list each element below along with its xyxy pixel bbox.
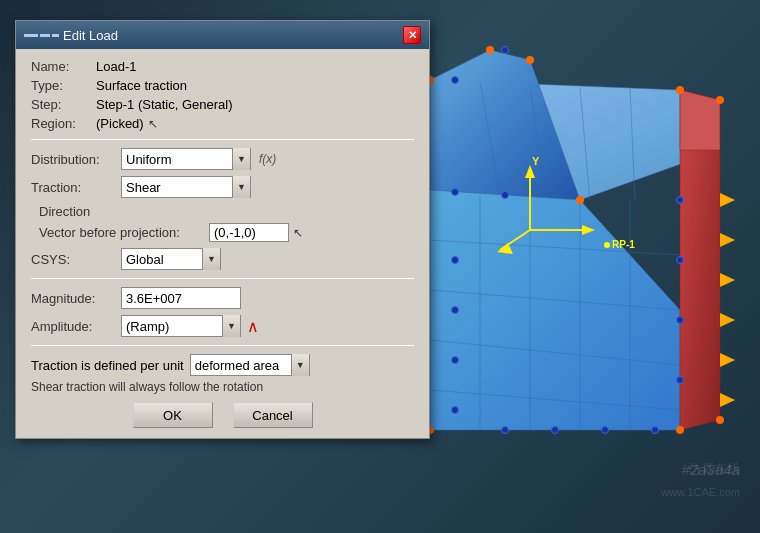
dialog-title: Edit Load — [63, 28, 403, 43]
amplitude-value: (Ramp) — [122, 319, 222, 334]
ok-button[interactable]: OK — [133, 402, 213, 428]
traction-row: Traction: Shear ▼ — [31, 176, 414, 198]
csys-value: Global — [122, 252, 202, 267]
svg-point-43 — [677, 377, 684, 384]
svg-text:Y: Y — [532, 155, 540, 167]
svg-point-38 — [602, 427, 609, 434]
svg-point-40 — [677, 197, 684, 204]
title-icon — [24, 34, 59, 37]
svg-point-29 — [502, 47, 509, 54]
csys-dropdown[interactable]: Global ▼ — [121, 248, 221, 270]
vector-value: (0,-1,0) — [209, 223, 289, 242]
svg-point-23 — [676, 86, 684, 94]
region-cursor-icon: ↖ — [148, 117, 158, 131]
direction-header: Direction — [39, 204, 414, 219]
svg-marker-56 — [720, 233, 735, 247]
amplitude-row: Amplitude: (Ramp) ▼ ∧ — [31, 315, 414, 337]
vector-label: Vector before projection: — [39, 225, 209, 240]
buttons-row: OK Cancel — [31, 402, 414, 428]
step-value: Step-1 (Static, General) — [96, 97, 233, 112]
amplitude-dropdown-btn[interactable]: ▼ — [222, 315, 240, 337]
region-row: Region: (Picked) ↖ — [31, 116, 414, 131]
svg-point-25 — [676, 426, 684, 434]
svg-point-31 — [502, 192, 509, 199]
traction-value: Shear — [122, 180, 232, 195]
svg-point-37 — [552, 427, 559, 434]
svg-marker-58 — [720, 313, 735, 327]
dialog-content: Name: Load-1 Type: Surface traction Step… — [16, 49, 429, 438]
svg-point-42 — [677, 317, 684, 324]
title-icon-bar3 — [52, 34, 59, 37]
name-row: Name: Load-1 — [31, 59, 414, 74]
dialog-titlebar: Edit Load ✕ — [16, 21, 429, 49]
svg-text:RP-1: RP-1 — [612, 239, 635, 250]
csys-dropdown-btn[interactable]: ▼ — [202, 248, 220, 270]
distribution-label: Distribution: — [31, 152, 121, 167]
traction-area-value: deformed area — [191, 358, 291, 373]
vector-row: Vector before projection: (0,-1,0) ↖ — [31, 223, 414, 242]
traction-defined-row: Traction is defined per unit deformed ar… — [31, 354, 414, 376]
distribution-row: Distribution: Uniform ▼ f(x) — [31, 148, 414, 170]
svg-point-32 — [452, 257, 459, 264]
title-icon-bar1 — [24, 34, 38, 37]
magnitude-row: Magnitude: — [31, 287, 414, 309]
svg-point-21 — [526, 56, 534, 64]
region-label: Region: — [31, 116, 96, 131]
svg-marker-6 — [680, 90, 720, 150]
separator-1 — [31, 139, 414, 140]
svg-point-33 — [452, 307, 459, 314]
distribution-dropdown-btn[interactable]: ▼ — [232, 148, 250, 170]
svg-marker-2 — [430, 190, 680, 430]
svg-point-36 — [502, 427, 509, 434]
vector-cursor-icon: ↖ — [293, 226, 303, 240]
traction-defined-pre: Traction is defined per unit — [31, 358, 184, 373]
svg-point-39 — [652, 427, 659, 434]
svg-marker-55 — [720, 193, 735, 207]
distribution-value: Uniform — [122, 152, 232, 167]
name-label: Name: — [31, 59, 96, 74]
traction-label: Traction: — [31, 180, 121, 195]
csys-label: CSYS: — [31, 252, 121, 267]
separator-3 — [31, 345, 414, 346]
svg-point-34 — [452, 357, 459, 364]
magnitude-label: Magnitude: — [31, 291, 121, 306]
amplitude-dropdown[interactable]: (Ramp) ▼ — [121, 315, 241, 337]
svg-point-24 — [716, 96, 724, 104]
magnitude-input[interactable] — [121, 287, 241, 309]
name-value: Load-1 — [96, 59, 136, 74]
svg-point-22 — [576, 196, 584, 204]
cancel-button[interactable]: Cancel — [233, 402, 313, 428]
region-value: (Picked) — [96, 116, 144, 131]
svg-marker-59 — [720, 353, 735, 367]
traction-dropdown[interactable]: Shear ▼ — [121, 176, 251, 198]
traction-area-dropdown[interactable]: deformed area ▼ — [190, 354, 310, 376]
watermark-cn: 仿真在线 — [688, 460, 740, 478]
close-button[interactable]: ✕ — [403, 26, 421, 44]
shear-note: Shear traction will always follow the ro… — [31, 380, 414, 394]
ramp-icon: ∧ — [247, 317, 259, 336]
traction-area-dropdown-btn[interactable]: ▼ — [291, 354, 309, 376]
svg-point-26 — [716, 416, 724, 424]
csys-row: CSYS: Global ▼ — [31, 248, 414, 270]
edit-load-dialog: Edit Load ✕ Name: Load-1 Type: Surface t… — [15, 20, 430, 439]
separator-2 — [31, 278, 414, 279]
svg-marker-57 — [720, 273, 735, 287]
fx-label: f(x) — [259, 152, 276, 166]
traction-dropdown-btn[interactable]: ▼ — [232, 176, 250, 198]
svg-point-35 — [452, 407, 459, 414]
svg-point-20 — [486, 46, 494, 54]
svg-point-28 — [452, 77, 459, 84]
svg-point-41 — [677, 257, 684, 264]
distribution-dropdown[interactable]: Uniform ▼ — [121, 148, 251, 170]
step-row: Step: Step-1 (Static, General) — [31, 97, 414, 112]
amplitude-label: Amplitude: — [31, 319, 121, 334]
svg-point-62 — [604, 242, 610, 248]
type-row: Type: Surface traction — [31, 78, 414, 93]
watermark-url: www.1CAE.com — [661, 486, 740, 498]
step-label: Step: — [31, 97, 96, 112]
title-icon-bar2 — [40, 34, 50, 37]
svg-point-30 — [452, 189, 459, 196]
type-value: Surface traction — [96, 78, 187, 93]
svg-marker-60 — [720, 393, 735, 407]
type-label: Type: — [31, 78, 96, 93]
